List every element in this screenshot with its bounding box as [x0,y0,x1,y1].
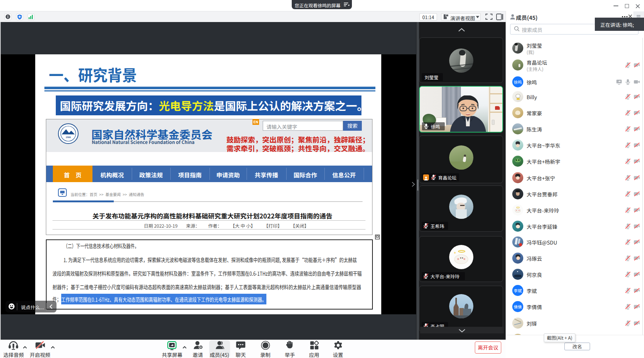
svg-text:1986: 1986 [66,135,71,139]
